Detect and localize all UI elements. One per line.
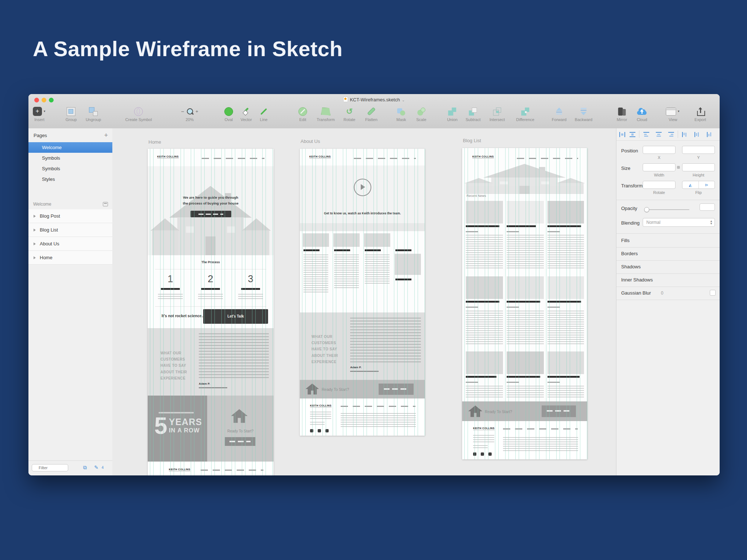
gaussian-blur-section-label[interactable]: Gaussian Blur (621, 290, 651, 296)
align-top-icon[interactable] (682, 132, 687, 137)
toolbar-backward[interactable]: Backward (575, 105, 592, 122)
toolbar-flatten[interactable]: Flatten (365, 105, 378, 122)
pages-panel-icon[interactable]: ⧉ (83, 464, 87, 471)
facebook-icon (473, 452, 476, 456)
fills-section-label[interactable]: Fills (621, 238, 630, 243)
artboard-label-about[interactable]: About Us (301, 139, 320, 144)
divider (616, 200, 720, 200)
flip-horizontal-icon[interactable]: ◭ (682, 181, 699, 188)
footer-nav-placeholder (201, 470, 263, 471)
position-y-field[interactable] (682, 146, 715, 154)
video-hero-section: Get to know us, watch as Keith introduce… (300, 166, 425, 231)
inner-shadows-section-label[interactable]: Inner Shadows (621, 277, 653, 283)
opacity-value-field[interactable] (700, 203, 715, 211)
layer-item-blog-list[interactable]: Blog List (28, 223, 112, 237)
layer-item-blog-post[interactable]: Blog Post (28, 209, 112, 223)
zoom-in-icon[interactable]: + (196, 109, 198, 114)
page-item-symbols[interactable]: Symbols (28, 153, 112, 163)
zoom-level: 20% (181, 117, 198, 122)
ready-button-placeholder (379, 384, 414, 395)
toolbar-zoom[interactable]: −+ 20% (181, 105, 198, 122)
blog-title-placeholder (466, 376, 496, 378)
brush-icon[interactable]: ✎ (94, 464, 98, 470)
page-item-symbols-2[interactable]: Symbols (28, 163, 112, 174)
filter-input[interactable] (32, 464, 68, 471)
toolbar-view[interactable]: ▼ View (666, 105, 680, 122)
house-illustration (148, 183, 274, 255)
team-photo-placeholder (303, 233, 329, 247)
distribute-horizontally-icon[interactable] (619, 132, 625, 137)
disclosure-triangle-icon[interactable] (34, 229, 36, 232)
toolbar-group[interactable]: Group (66, 105, 77, 122)
caret-down-icon: ▼ (677, 110, 680, 113)
toolbar-transform[interactable]: Transform (317, 105, 335, 122)
position-x-field[interactable] (643, 146, 676, 154)
toolbar-scale[interactable]: Scale (416, 105, 426, 122)
blending-select[interactable]: Normal▲▼ (643, 218, 715, 227)
chevron-down-icon[interactable]: ⌄ (402, 98, 405, 102)
create-symbol-icon (134, 107, 143, 116)
artboard-label-blog[interactable]: Blog List (463, 138, 481, 143)
opacity-slider-knob[interactable] (644, 207, 649, 212)
testimonial-author: Adam P. (350, 366, 361, 369)
rotate-field[interactable] (643, 181, 676, 189)
align-center-horizontal-icon[interactable] (656, 132, 662, 137)
distribute-vertically-icon[interactable] (630, 132, 635, 137)
footer-logo: KEITH COLLINS (169, 468, 190, 471)
toolbar-edit[interactable]: Edit (298, 105, 307, 122)
artboard-blog-list[interactable]: KEITH COLLINS Recent News (462, 148, 587, 459)
house-icon (230, 408, 248, 424)
toolbar-cloud[interactable]: Cloud (637, 105, 647, 122)
layer-item-home[interactable]: Home (28, 251, 112, 265)
toolbar-create-symbol[interactable]: Create Symbol (125, 105, 152, 122)
toolbar-ungroup[interactable]: Ungroup (86, 105, 101, 122)
hero-cta-button-placeholder (190, 211, 231, 217)
add-page-button[interactable]: + (104, 132, 108, 139)
height-field[interactable] (682, 163, 715, 171)
disclosure-triangle-icon[interactable] (34, 256, 36, 259)
lock-aspect-icon[interactable] (677, 166, 680, 169)
toolbar-rotate[interactable]: ↺ Rotate (344, 105, 355, 122)
width-field[interactable] (643, 163, 676, 171)
artboard-home[interactable]: KEITH COLLINS We are here to guide you t… (148, 149, 274, 475)
align-left-icon[interactable] (643, 132, 649, 137)
blog-meta-placeholder (547, 382, 560, 383)
blog-text-placeholder (466, 386, 503, 398)
disclosure-triangle-icon[interactable] (34, 242, 36, 245)
shadows-section-label[interactable]: Shadows (621, 264, 640, 269)
artboard-about[interactable]: KEITH COLLINS Get to know us, watch as K… (300, 149, 425, 436)
canvas[interactable]: Home KEITH COLLINS We are here to guide … (112, 128, 616, 475)
toolbar-insert[interactable]: +▼ Insert (33, 105, 46, 122)
align-right-icon[interactable] (668, 132, 674, 137)
flip-vertical-icon[interactable]: ⊳ (699, 181, 715, 188)
team-name-placeholder (334, 249, 350, 251)
testimonial-heading: WHAT OURCUSTOMERSHAVE TO SAYABOUT THEIRE… (311, 334, 338, 365)
toolbar-export[interactable]: Export (694, 105, 706, 122)
inspector-panel: Position X Y Size Width Height Transform… (616, 128, 720, 475)
toolbar-oval[interactable]: Oval (224, 105, 233, 122)
toolbar-subtract[interactable]: Subtract (466, 105, 481, 122)
flatten-icon (367, 107, 375, 116)
gaussian-blur-checkbox[interactable] (710, 290, 716, 296)
toolbar-difference[interactable]: Difference (516, 105, 534, 122)
flip-control[interactable]: ◭⊳ (682, 181, 715, 189)
toolbar-line[interactable]: Line (260, 105, 268, 122)
align-bottom-icon[interactable] (707, 132, 712, 137)
toolbar-union[interactable]: Union (447, 105, 458, 122)
disclosure-triangle-icon[interactable] (34, 215, 36, 218)
toolbar-intersect[interactable]: Intersect (489, 105, 505, 122)
toolbar-mask[interactable]: Mask (396, 105, 406, 122)
borders-section-label[interactable]: Borders (621, 251, 638, 256)
opacity-slider[interactable] (645, 209, 689, 210)
toolbar-forward[interactable]: Forward (552, 105, 566, 122)
artboard-label-home[interactable]: Home (148, 139, 161, 145)
width-sublabel: Width (654, 173, 664, 177)
page-item-styles[interactable]: Styles (28, 174, 112, 184)
layer-item-about-us[interactable]: About Us (28, 237, 112, 251)
toolbar-mirror[interactable]: Mirror (617, 105, 627, 122)
toolbar-vector[interactable]: Vector (240, 105, 252, 122)
align-middle-vertical-icon[interactable] (694, 132, 700, 137)
page-item-welcome[interactable]: Welcome (28, 142, 112, 153)
blog-text-placeholder (507, 311, 544, 345)
zoom-out-icon[interactable]: − (181, 108, 184, 114)
